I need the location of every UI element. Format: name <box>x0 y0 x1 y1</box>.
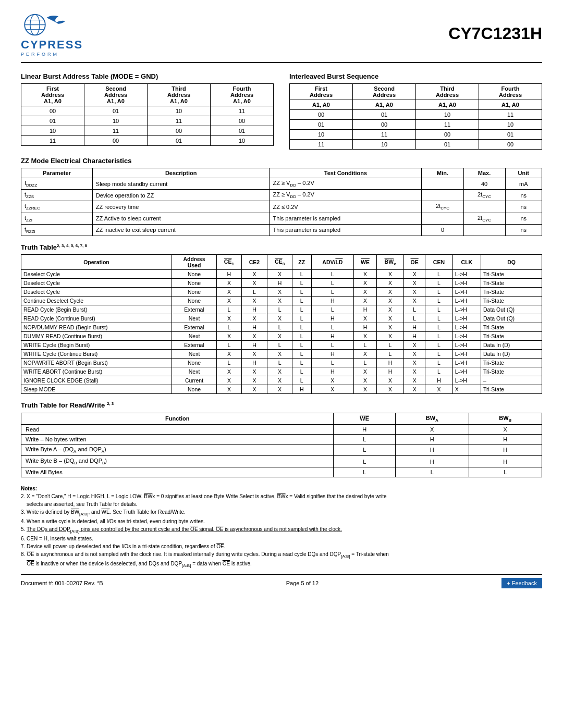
table-cell: 00 <box>84 136 148 146</box>
table-cell: L <box>425 279 453 288</box>
table-cell: DUMMY READ (Continue Burst) <box>21 332 172 341</box>
table-cell: X <box>217 332 241 341</box>
table-cell: X <box>376 376 403 385</box>
tt-ce3-header: CE3 <box>267 255 292 270</box>
table-cell: L->H <box>452 314 481 323</box>
table-cell: Tri-State <box>481 270 542 279</box>
table-cell: 00 <box>21 106 84 116</box>
table-cell: L->H <box>452 341 481 350</box>
table-cell: X <box>404 341 425 350</box>
table-cell: L <box>292 288 311 297</box>
table-cell: X <box>217 279 241 288</box>
table-cell: H <box>311 332 353 341</box>
table-cell: X <box>425 385 453 394</box>
table-row: 00011011 <box>290 110 542 120</box>
table-cell: L->H <box>452 297 481 305</box>
table-cell: 11 <box>416 120 479 130</box>
table-cell: L <box>267 323 292 332</box>
table-cell: L <box>311 359 353 367</box>
table-cell: L <box>292 376 311 385</box>
table-cell: A1, A0 <box>290 100 353 110</box>
tt-advld-header: ADV/LD <box>311 255 353 270</box>
table-cell: 10 <box>84 116 148 126</box>
table-row: Deselect CycleNoneXLXLLXXXLL->HTri-State <box>21 288 542 297</box>
table-cell: L->H <box>452 332 481 341</box>
table-cell: 01 <box>353 110 416 120</box>
table-cell: L <box>311 279 353 288</box>
table-cell: Data In (D) <box>481 350 542 359</box>
table-cell: X <box>376 279 403 288</box>
table-cell: 10 <box>21 126 84 136</box>
table-row: DUMMY READ (Continue Burst)NextXXXLHXXHL… <box>21 332 542 341</box>
table-cell: H <box>396 455 469 467</box>
table-cell: L <box>217 323 241 332</box>
feedback-button[interactable]: + Feedback <box>501 578 542 588</box>
table-row: 01001110 <box>290 120 542 130</box>
table-cell: X <box>404 385 425 394</box>
table-cell: 11 <box>84 126 148 136</box>
table-cell: mA <box>505 178 542 190</box>
table-row: Write – No bytes writtenLHH <box>21 434 542 444</box>
table-cell: X <box>404 279 425 288</box>
table-cell: None <box>172 270 216 279</box>
tt-we-header: WE <box>354 255 377 270</box>
ib-col3-header: ThirdAddress <box>416 84 479 100</box>
zz-mode-section: ZZ Mode Electrical Characteristics Param… <box>21 157 542 236</box>
table-cell: L <box>292 314 311 323</box>
linear-burst-section: Linear Burst Address Table (MODE = GND) … <box>21 72 274 150</box>
table-cell: X <box>354 385 377 394</box>
table-row: READ Cycle (Continue Burst)NextXXXLHXXLL… <box>21 314 542 323</box>
note-6: 6. CEN = H, inserts wait states. <box>21 536 93 541</box>
table-cell: L <box>292 323 311 332</box>
rw-bwb-header: BWB <box>469 413 542 424</box>
table-cell: A1, A0 <box>353 100 416 110</box>
rw-table-section: Truth Table for Read/Write 2, 3 Function… <box>21 401 542 477</box>
table-cell: READ Cycle (Continue Burst) <box>21 314 172 323</box>
table-cell: READ Cycle (Begin Burst) <box>21 305 172 314</box>
table-cell: L <box>311 305 353 314</box>
tt-ce1-header: CE1 <box>217 255 241 270</box>
cypress-logo-svg <box>21 10 68 39</box>
table-cell: L <box>311 323 353 332</box>
table-cell: L <box>292 297 311 305</box>
table-cell: X <box>404 350 425 359</box>
rw-table-title: Truth Table for Read/Write 2, 3 <box>21 401 542 409</box>
lb-col2-header: SecondAddressA1, A0 <box>84 84 148 106</box>
table-row: NOP/WRITE ABORT (Begin Burst)NoneLHLLLLH… <box>21 359 542 367</box>
table-cell: Sleep MODE <box>21 385 172 394</box>
rw-bwa-header: BWA <box>396 413 469 424</box>
table-cell: X <box>469 424 542 434</box>
table-cell: X <box>354 367 377 376</box>
table-cell: ZZ ≥ VDD – 0.2V <box>270 190 422 201</box>
table-row: Write Byte A – (DQA and DQPA)LHH <box>21 444 542 455</box>
note-3: 3. Write is defined by BW[A:B], and WE. … <box>21 509 186 515</box>
table-cell: L->H <box>452 305 481 314</box>
table-cell: X <box>217 367 241 376</box>
ib-col4-header: FourthAddress <box>479 84 542 100</box>
table-cell: 00 <box>353 120 416 130</box>
table-cell: X <box>354 279 377 288</box>
table-cell: L <box>354 359 377 367</box>
note-7: 7. Device will power-up deselected and t… <box>21 544 225 549</box>
table-cell: H <box>396 434 469 444</box>
table-cell: H <box>311 350 353 359</box>
table-cell: L->H <box>452 279 481 288</box>
page-footer: Document #: 001-00207 Rev. *B Page 5 of … <box>21 574 542 588</box>
table-row: tZZIZZ Active to sleep currentThis param… <box>21 213 542 224</box>
table-row: tZZRECZZ recovery timeZZ ≤ 0.2V2tCYCns <box>21 201 542 213</box>
table-cell: 01 <box>290 120 353 130</box>
table-cell: H <box>241 305 267 314</box>
top-tables-section: Linear Burst Address Table (MODE = GND) … <box>21 72 542 150</box>
table-cell: 0 <box>422 224 463 236</box>
table-cell: X <box>217 314 241 323</box>
table-cell: 00 <box>479 140 542 150</box>
table-row: IDDZZSleep mode standby currentZZ ≥ VDD … <box>21 178 542 190</box>
table-cell: X <box>376 288 403 297</box>
table-row: tRZZIZZ inactive to exit sleep currentTh… <box>21 224 542 236</box>
interleaved-burst-section: Interleaved Burst Sequence FirstAddress … <box>289 72 542 150</box>
table-row: tZZSDevice operation to ZZZZ ≥ VDD – 0.2… <box>21 190 542 201</box>
table-cell: 40 <box>463 178 505 190</box>
table-cell: L <box>267 341 292 350</box>
note-8: 8. OE is asynchronous and is not sampled… <box>21 551 389 566</box>
table-cell: H <box>311 314 353 323</box>
